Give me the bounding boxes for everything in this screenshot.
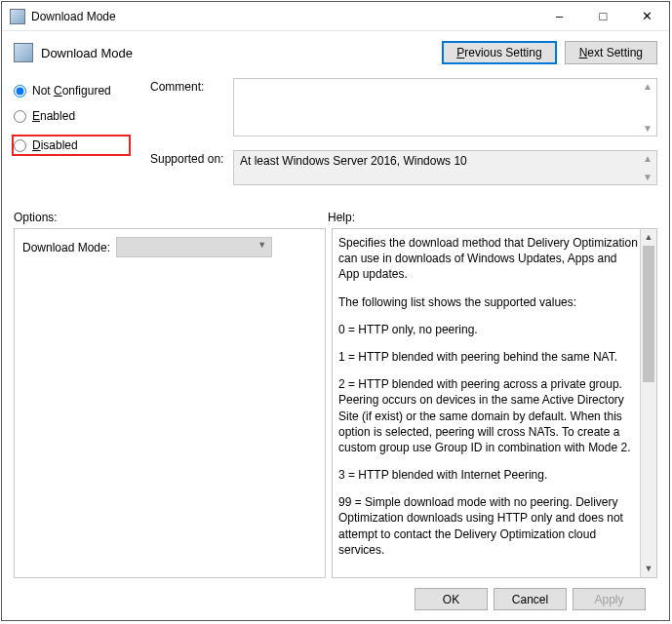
scroll-up-icon: ▲ — [641, 81, 654, 92]
comment-row: Comment: ▲ ▼ — [150, 78, 657, 136]
supported-value: At least Windows Server 2016, Windows 10 — [240, 154, 467, 168]
scroll-up-icon: ▲ — [641, 153, 654, 164]
previous-setting-button[interactable]: Previous Setting — [442, 41, 556, 64]
scroll-down-icon: ▼ — [641, 123, 654, 134]
panels: Download Mode: ▼ Specifies the download … — [14, 228, 657, 578]
radio-disabled[interactable]: Disabled — [12, 135, 131, 156]
titlebar: Download Mode – □ ✕ — [2, 2, 669, 31]
minimize-button[interactable]: – — [537, 2, 581, 30]
footer: OK Cancel Apply — [14, 578, 657, 620]
radio-enabled-input[interactable] — [14, 110, 26, 123]
help-text: 99 = Simple download mode with no peerin… — [338, 494, 639, 558]
download-mode-label: Download Mode: — [22, 241, 110, 254]
content-area: Download Mode Previous Setting Next Sett… — [2, 31, 669, 620]
dialog-window: Download Mode – □ ✕ Download Mode Previo… — [1, 1, 670, 621]
policy-icon — [14, 43, 33, 62]
download-mode-select[interactable] — [116, 237, 272, 257]
previous-setting-label-rest: revious Setting — [464, 46, 541, 59]
config-area: Not Configured Enabled Disabled Comment:… — [14, 78, 657, 199]
cancel-button[interactable]: Cancel — [494, 588, 567, 610]
radio-not-configured-input[interactable] — [14, 85, 26, 98]
radio-disabled-input[interactable] — [14, 139, 26, 152]
window-controls: – □ ✕ — [537, 2, 669, 30]
next-setting-label-rest: ext Setting — [587, 46, 643, 59]
policy-title: Download Mode — [41, 46, 434, 60]
supported-row: Supported on: At least Windows Server 20… — [150, 150, 657, 185]
window-title: Download Mode — [31, 10, 537, 23]
supported-label: Supported on: — [150, 150, 233, 185]
ok-button[interactable]: OK — [415, 588, 488, 610]
help-text: Specifies the download method that Deliv… — [338, 235, 639, 283]
options-label: Options: — [14, 211, 328, 224]
help-text: The following list shows the supported v… — [338, 294, 639, 310]
scroll-up-icon[interactable]: ▲ — [641, 229, 656, 246]
options-panel: Download Mode: ▼ — [14, 228, 326, 578]
help-text: 1 = HTTP blended with peering behind the… — [338, 349, 639, 365]
scroll-thumb[interactable] — [643, 246, 654, 382]
radio-enabled[interactable]: Enabled — [14, 109, 131, 123]
help-label: Help: — [328, 211, 355, 224]
app-icon — [10, 9, 25, 24]
supported-value-box: At least Windows Server 2016, Windows 10… — [233, 150, 657, 185]
radio-not-configured[interactable]: Not Configured — [14, 84, 131, 98]
next-setting-button[interactable]: Next Setting — [565, 41, 657, 64]
help-text: 3 = HTTP blended with Internet Peering. — [338, 467, 639, 483]
help-text: 0 = HTTP only, no peering. — [338, 322, 639, 337]
download-mode-option: Download Mode: ▼ — [22, 237, 317, 257]
help-scrollbar[interactable]: ▲ ▼ — [640, 229, 656, 577]
fields-area: Comment: ▲ ▼ Supported on: At least Wind… — [150, 78, 657, 199]
apply-button[interactable]: Apply — [573, 588, 646, 610]
scroll-down-icon[interactable]: ▼ — [641, 561, 656, 577]
scroll-down-icon: ▼ — [641, 172, 654, 182]
maximize-button[interactable]: □ — [581, 2, 625, 30]
help-text: 2 = HTTP blended with peering across a p… — [338, 376, 639, 455]
comment-label: Comment: — [150, 78, 233, 136]
panel-labels: Options: Help: — [14, 211, 657, 224]
state-radios: Not Configured Enabled Disabled — [14, 78, 131, 199]
comment-textarea[interactable]: ▲ ▼ — [233, 78, 657, 136]
header-row: Download Mode Previous Setting Next Sett… — [14, 41, 657, 64]
close-button[interactable]: ✕ — [625, 2, 669, 30]
help-panel: Specifies the download method that Deliv… — [332, 228, 657, 578]
